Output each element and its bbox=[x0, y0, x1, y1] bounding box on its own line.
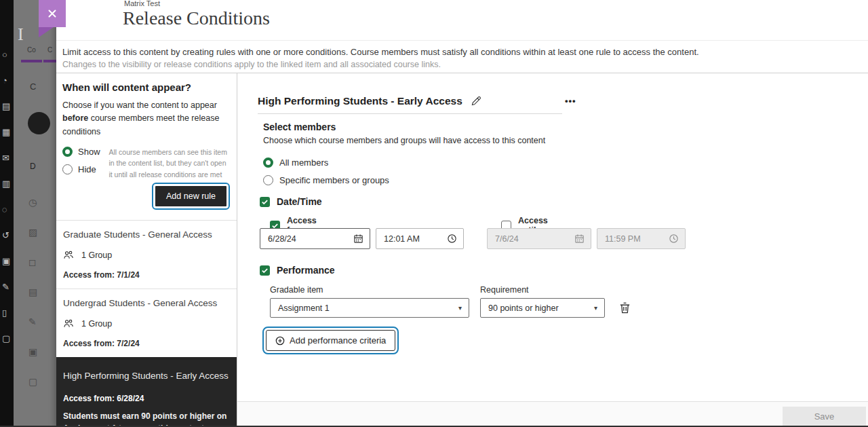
performance-controls: Assignment 1 ▾ 90 points or higher ▾ bbox=[270, 298, 631, 318]
course-page-heading-fragment: I bbox=[18, 24, 24, 45]
radio-unselected-icon bbox=[62, 164, 73, 174]
date-time-section: Date/Time Access from Access until 6/28/… bbox=[260, 196, 322, 207]
intro-line-1: Limit access to this content by creating… bbox=[62, 47, 852, 57]
access-until-time-value: 11:59 PM bbox=[605, 234, 641, 244]
group-icon bbox=[63, 318, 74, 329]
add-criteria-label: Add performance criteria bbox=[290, 335, 386, 346]
pencil-icon bbox=[471, 96, 481, 107]
radio-hide-label: Hide bbox=[78, 164, 96, 174]
rule-description: Students must earn 90 points or higher o… bbox=[63, 411, 233, 427]
modal-header: Matrix Test Release Conditions bbox=[56, 0, 868, 41]
rule-card-undergrad[interactable]: Undergrad Students - General Access 1 Gr… bbox=[56, 289, 237, 357]
content-appear-section: When will content appear? Choose if you … bbox=[56, 73, 237, 220]
modal-body: When will content appear? Choose if you … bbox=[56, 73, 868, 426]
add-performance-criteria-button[interactable]: Add performance criteria bbox=[266, 330, 395, 351]
global-nav-icons: ○ ◔ ▤ ▦ ✉ ▥ ◌ ↺ ▣ ✎ ▯ ▢ bbox=[2, 42, 10, 352]
rule-title-row: High Performing Students - Early Access bbox=[258, 95, 481, 107]
tab-underline bbox=[43, 60, 56, 62]
close-tab-tail bbox=[39, 27, 54, 37]
add-rule-container: Add new rule bbox=[62, 182, 231, 215]
rule-groups-row: 1 Group bbox=[63, 318, 230, 329]
calendar-icon bbox=[574, 234, 585, 244]
rule-groups-row: 1 Group bbox=[63, 250, 230, 261]
intro-line-2: Changes to the visibility or release con… bbox=[62, 60, 852, 69]
date-time-label: Date/Time bbox=[277, 196, 322, 207]
intro-text: Limit access to this content by creating… bbox=[56, 41, 868, 73]
group-icon bbox=[63, 250, 74, 261]
field-gap bbox=[464, 228, 487, 249]
rule-group-count: 1 Group bbox=[81, 250, 112, 260]
delete-performance-button[interactable] bbox=[618, 301, 631, 314]
global-nav-bar: ○ ◔ ▤ ▦ ✉ ▥ ◌ ↺ ▣ ✎ ▯ ▢ bbox=[0, 0, 14, 427]
access-until-date-input-disabled[interactable]: 7/6/24 bbox=[487, 228, 591, 249]
radio-selected-icon bbox=[62, 147, 73, 157]
avatar bbox=[28, 112, 50, 134]
access-from-time-input[interactable]: 12:01 AM bbox=[376, 228, 464, 249]
course-text-fragment: D bbox=[30, 162, 36, 171]
performance-section: Performance Gradable item Requirement As… bbox=[260, 265, 335, 276]
radio-all-members[interactable]: All members bbox=[263, 157, 545, 168]
save-button[interactable]: Save bbox=[783, 407, 866, 426]
page-title: Release Conditions bbox=[123, 7, 270, 29]
rule-access-date: Access from: 6/28/24 bbox=[63, 394, 230, 403]
performance-checkbox[interactable]: Performance bbox=[260, 265, 335, 276]
gradable-item-select[interactable]: Assignment 1 ▾ bbox=[270, 298, 469, 318]
dimmed-course-page: I Co C C D ◷ ▨ ◻ ▤ ✎ ▣ ▢ bbox=[14, 0, 56, 427]
radio-specific-members[interactable]: Specific members or groups bbox=[263, 175, 545, 185]
plus-circle-icon bbox=[275, 336, 285, 346]
calendar-icon bbox=[353, 234, 363, 244]
rule-editor: High Performing Students - Early Access … bbox=[237, 73, 868, 426]
gradable-item-label: Gradable item bbox=[270, 285, 323, 295]
edit-title-button[interactable] bbox=[471, 96, 481, 107]
select-members-description: Choose which course members and groups w… bbox=[263, 136, 545, 145]
close-icon bbox=[47, 9, 57, 18]
appear-heading: When will content appear? bbox=[62, 81, 231, 93]
visibility-help-text: All course members can see this item in … bbox=[108, 147, 231, 182]
rule-card-high-performing-selected[interactable]: High Performing Students - Early Access … bbox=[56, 357, 237, 427]
checkbox-checked-icon bbox=[260, 265, 270, 276]
visibility-radio-group: Show Hide bbox=[62, 147, 108, 182]
requirement-label: Requirement bbox=[480, 285, 529, 295]
radio-hide[interactable]: Hide bbox=[62, 164, 108, 174]
rule-card-graduate[interactable]: Graduate Students - General Access 1 Gro… bbox=[56, 220, 237, 289]
clock-icon bbox=[669, 234, 679, 244]
visibility-options: Show Hide All course members can see thi… bbox=[62, 147, 231, 182]
rule-title: Graduate Students - General Access bbox=[63, 229, 230, 240]
clock-icon bbox=[447, 234, 457, 244]
add-new-rule-button[interactable]: Add new rule bbox=[155, 186, 226, 206]
rule-options-menu-button[interactable]: ••• bbox=[565, 96, 576, 106]
course-content-icons: ◷ ▨ ◻ ▤ ✎ ▣ ▢ bbox=[28, 187, 37, 396]
gradable-item-value: Assignment 1 bbox=[278, 303, 330, 313]
date-time-checkbox[interactable]: Date/Time bbox=[260, 196, 322, 207]
rule-editor-title: High Performing Students - Early Access bbox=[258, 95, 462, 107]
performance-label: Performance bbox=[277, 265, 335, 276]
rule-group-count: 1 Group bbox=[81, 319, 112, 329]
course-subhead-fragment: C bbox=[30, 81, 36, 92]
rule-access-date: Access from: 7/1/24 bbox=[63, 270, 230, 280]
requirement-select[interactable]: 90 points or higher ▾ bbox=[480, 298, 605, 318]
radio-unselected-icon bbox=[263, 175, 273, 185]
course-tab-fragment: Co bbox=[27, 46, 36, 54]
radio-selected-icon bbox=[263, 157, 273, 168]
close-button[interactable] bbox=[39, 0, 66, 27]
select-members-section: Select members Choose which course membe… bbox=[263, 122, 545, 193]
radio-show[interactable]: Show bbox=[62, 147, 108, 157]
rule-access-date: Access from: 7/2/24 bbox=[63, 339, 230, 348]
access-until-date-value: 7/6/24 bbox=[495, 234, 519, 244]
specific-members-label: Specific members or groups bbox=[279, 175, 389, 185]
tab-underline bbox=[21, 60, 42, 62]
release-conditions-modal: Matrix Test Release Conditions Limit acc… bbox=[56, 0, 868, 427]
rule-title: Undergrad Students - General Access bbox=[63, 298, 230, 308]
access-until-time-input-disabled[interactable]: 11:59 PM bbox=[597, 228, 686, 249]
title-underline bbox=[258, 113, 562, 114]
access-from-time-value: 12:01 AM bbox=[384, 234, 420, 244]
appear-description: Choose if you want the content to appear… bbox=[62, 99, 233, 138]
all-members-label: All members bbox=[279, 157, 328, 168]
checkbox-checked-icon bbox=[260, 197, 270, 207]
access-from-date-input[interactable]: 6/28/24 bbox=[260, 228, 370, 249]
select-members-heading: Select members bbox=[263, 122, 545, 132]
radio-show-label: Show bbox=[78, 147, 100, 157]
trash-icon bbox=[618, 301, 631, 314]
requirement-value: 90 points or higher bbox=[488, 303, 559, 313]
access-from-date-value: 6/28/24 bbox=[268, 234, 296, 244]
